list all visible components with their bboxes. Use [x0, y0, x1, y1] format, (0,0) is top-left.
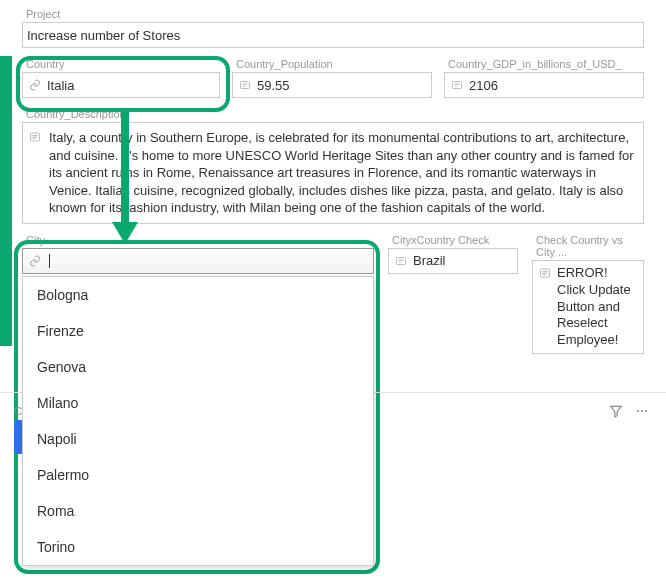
link-icon: [27, 79, 43, 91]
project-field[interactable]: Increase number of Stores: [22, 22, 644, 48]
description-field[interactable]: Italy, a country in Southern Europe, is …: [22, 122, 644, 224]
link-icon: [27, 255, 43, 267]
city-field[interactable]: [22, 248, 374, 274]
gdp-field[interactable]: 2106: [444, 72, 644, 98]
filter-icon[interactable]: [606, 401, 626, 421]
longtext-icon: [27, 131, 43, 143]
city-option[interactable]: Genova: [23, 349, 373, 385]
svg-marker-19: [611, 406, 622, 417]
country-field[interactable]: Italia: [22, 72, 220, 98]
city-option[interactable]: Napoli: [23, 421, 373, 457]
city-option[interactable]: Palermo: [23, 457, 373, 493]
population-label: Country_Population: [232, 58, 432, 70]
text-icon: [393, 255, 409, 267]
more-icon[interactable]: [632, 401, 652, 421]
city-option[interactable]: Firenze: [23, 313, 373, 349]
city-dropdown: BolognaFirenzeGenovaMilanoNapoliPalermoR…: [22, 276, 374, 566]
city-option[interactable]: Roma: [23, 493, 373, 529]
population-field[interactable]: 59.55: [232, 72, 432, 98]
city-option[interactable]: Milano: [23, 385, 373, 421]
project-value: Increase number of Stores: [27, 28, 639, 43]
population-value: 59.55: [257, 78, 427, 93]
description-value: Italy, a country in Southern Europe, is …: [49, 129, 635, 217]
errorcheck-field[interactable]: ERROR! Click Update Button and Reselect …: [532, 260, 644, 354]
crosscheck-value: Brazil: [413, 253, 513, 268]
svg-rect-3: [453, 82, 462, 89]
crosscheck-field[interactable]: Brazil: [388, 248, 518, 274]
country-value: Italia: [47, 78, 215, 93]
text-icon: [449, 79, 465, 91]
svg-point-20: [637, 410, 639, 412]
svg-rect-0: [241, 82, 250, 89]
city-option[interactable]: Bologna: [23, 277, 373, 313]
svg-point-21: [641, 410, 643, 412]
text-icon: [237, 79, 253, 91]
crosscheck-label: CityxCountry Check: [388, 234, 518, 246]
city-label: City: [22, 234, 374, 246]
text-caret: [49, 254, 50, 268]
svg-point-22: [645, 410, 647, 412]
longtext-icon: [537, 267, 553, 279]
gdp-label: Country_GDP_in_billions_of_USD_: [444, 58, 644, 70]
city-option[interactable]: Torino: [23, 529, 373, 565]
errorcheck-label: Check Country vs City ...: [532, 234, 644, 258]
svg-rect-10: [397, 257, 406, 264]
country-label: Country: [22, 58, 220, 70]
project-label: Project: [22, 8, 644, 20]
gdp-value: 2106: [469, 78, 639, 93]
description-label: Country_Description: [22, 108, 644, 120]
errorcheck-value: ERROR! Click Update Button and Reselect …: [557, 265, 637, 349]
